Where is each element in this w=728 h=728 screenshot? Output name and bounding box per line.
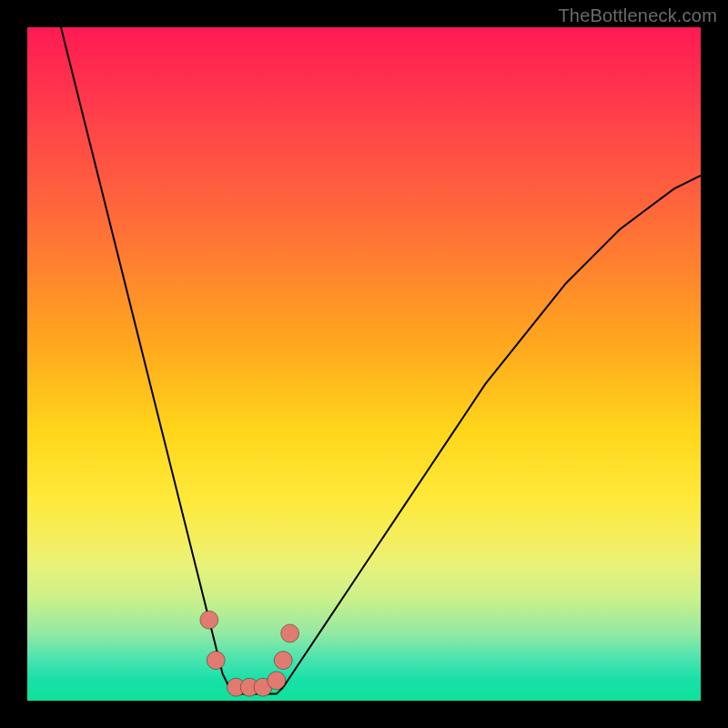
curve-right-branch: [283, 176, 701, 687]
marker-point: [207, 652, 225, 670]
chart-frame: TheBottleneck.com: [0, 0, 728, 728]
marker-point: [274, 652, 292, 670]
marker-point: [200, 611, 218, 629]
curve-layer: [27, 27, 701, 701]
marker-point: [281, 624, 299, 642]
curve-left-branch: [61, 27, 229, 687]
plot-area: [27, 27, 701, 701]
watermark-text: TheBottleneck.com: [558, 5, 717, 26]
marker-point: [268, 672, 286, 690]
